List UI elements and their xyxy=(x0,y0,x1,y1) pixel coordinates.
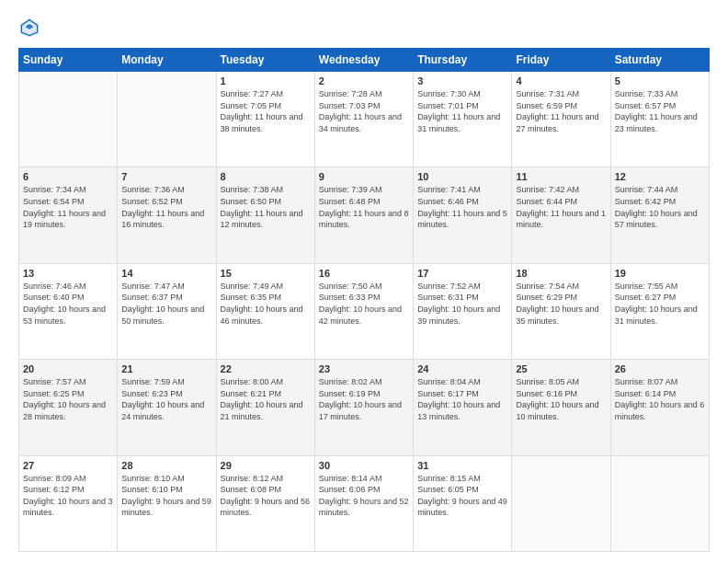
day-info: Sunrise: 7:46 AM Sunset: 6:40 PM Dayligh… xyxy=(23,281,113,327)
day-number: 25 xyxy=(516,363,606,374)
day-info: Sunrise: 8:14 AM Sunset: 6:06 PM Dayligh… xyxy=(319,473,409,519)
calendar-cell: 5Sunrise: 7:33 AM Sunset: 6:57 PM Daylig… xyxy=(610,72,709,167)
day-number: 18 xyxy=(516,268,606,279)
calendar-cell: 19Sunrise: 7:55 AM Sunset: 6:27 PM Dayli… xyxy=(610,263,709,359)
day-info: Sunrise: 7:50 AM Sunset: 6:33 PM Dayligh… xyxy=(319,281,409,327)
week-row-1: 1Sunrise: 7:27 AM Sunset: 7:05 PM Daylig… xyxy=(19,72,710,167)
day-info: Sunrise: 7:36 AM Sunset: 6:52 PM Dayligh… xyxy=(121,184,211,230)
day-info: Sunrise: 8:05 AM Sunset: 6:16 PM Dayligh… xyxy=(516,376,606,422)
day-number: 12 xyxy=(615,171,705,182)
day-number: 1 xyxy=(221,75,311,86)
day-info: Sunrise: 7:55 AM Sunset: 6:27 PM Dayligh… xyxy=(615,281,705,327)
calendar-cell: 2Sunrise: 7:28 AM Sunset: 7:03 PM Daylig… xyxy=(314,72,413,167)
calendar-cell: 15Sunrise: 7:49 AM Sunset: 6:35 PM Dayli… xyxy=(216,263,314,359)
day-number: 3 xyxy=(417,75,507,86)
calendar-cell: 11Sunrise: 7:42 AM Sunset: 6:44 PM Dayli… xyxy=(512,167,610,263)
weekday-header-wednesday: Wednesday xyxy=(314,49,413,72)
day-number: 24 xyxy=(417,363,507,374)
day-info: Sunrise: 7:31 AM Sunset: 6:59 PM Dayligh… xyxy=(516,88,606,134)
weekday-header-monday: Monday xyxy=(118,49,216,72)
day-info: Sunrise: 7:59 AM Sunset: 6:23 PM Dayligh… xyxy=(121,376,211,422)
calendar-cell xyxy=(19,72,118,167)
day-number: 11 xyxy=(516,171,606,182)
day-number: 27 xyxy=(23,460,113,471)
day-number: 13 xyxy=(23,268,113,279)
day-number: 7 xyxy=(121,171,211,182)
day-number: 6 xyxy=(23,171,113,182)
day-number: 2 xyxy=(319,75,409,86)
day-info: Sunrise: 8:00 AM Sunset: 6:21 PM Dayligh… xyxy=(221,376,311,422)
day-number: 15 xyxy=(221,268,311,279)
day-info: Sunrise: 7:41 AM Sunset: 6:46 PM Dayligh… xyxy=(417,184,507,230)
calendar-cell: 7Sunrise: 7:36 AM Sunset: 6:52 PM Daylig… xyxy=(118,167,216,263)
calendar-cell: 17Sunrise: 7:52 AM Sunset: 6:31 PM Dayli… xyxy=(414,263,512,359)
weekday-header-friday: Friday xyxy=(512,49,610,72)
week-row-2: 6Sunrise: 7:34 AM Sunset: 6:54 PM Daylig… xyxy=(19,167,710,263)
day-info: Sunrise: 7:52 AM Sunset: 6:31 PM Dayligh… xyxy=(417,281,507,327)
calendar-cell: 26Sunrise: 8:07 AM Sunset: 6:14 PM Dayli… xyxy=(610,360,709,455)
svg-point-2 xyxy=(28,26,30,29)
day-number: 8 xyxy=(221,171,311,182)
calendar-cell xyxy=(512,455,610,551)
weekday-header-saturday: Saturday xyxy=(610,49,709,72)
weekday-header-sunday: Sunday xyxy=(19,49,118,72)
calendar-cell: 14Sunrise: 7:47 AM Sunset: 6:37 PM Dayli… xyxy=(118,263,216,359)
calendar-cell: 20Sunrise: 7:57 AM Sunset: 6:25 PM Dayli… xyxy=(19,360,118,455)
calendar-cell: 6Sunrise: 7:34 AM Sunset: 6:54 PM Daylig… xyxy=(19,167,118,263)
day-info: Sunrise: 7:42 AM Sunset: 6:44 PM Dayligh… xyxy=(516,184,606,230)
calendar-cell: 28Sunrise: 8:10 AM Sunset: 6:10 PM Dayli… xyxy=(118,455,216,551)
day-number: 30 xyxy=(319,460,409,471)
calendar-cell: 1Sunrise: 7:27 AM Sunset: 7:05 PM Daylig… xyxy=(216,72,314,167)
calendar-cell: 24Sunrise: 8:04 AM Sunset: 6:17 PM Dayli… xyxy=(414,360,512,455)
calendar-cell: 23Sunrise: 8:02 AM Sunset: 6:19 PM Dayli… xyxy=(314,360,413,455)
day-number: 16 xyxy=(319,268,409,279)
day-number: 26 xyxy=(615,363,705,374)
day-number: 23 xyxy=(319,363,409,374)
day-number: 5 xyxy=(615,75,705,86)
day-info: Sunrise: 7:28 AM Sunset: 7:03 PM Dayligh… xyxy=(319,88,409,134)
logo xyxy=(18,17,44,39)
calendar-cell xyxy=(118,72,216,167)
day-info: Sunrise: 7:44 AM Sunset: 6:42 PM Dayligh… xyxy=(615,184,705,230)
day-number: 4 xyxy=(516,75,606,86)
day-number: 17 xyxy=(417,268,507,279)
day-info: Sunrise: 7:38 AM Sunset: 6:50 PM Dayligh… xyxy=(221,184,311,230)
calendar-cell: 27Sunrise: 8:09 AM Sunset: 6:12 PM Dayli… xyxy=(19,455,118,551)
calendar-cell: 12Sunrise: 7:44 AM Sunset: 6:42 PM Dayli… xyxy=(610,167,709,263)
week-row-3: 13Sunrise: 7:46 AM Sunset: 6:40 PM Dayli… xyxy=(19,263,710,359)
day-info: Sunrise: 8:02 AM Sunset: 6:19 PM Dayligh… xyxy=(319,376,409,422)
calendar-cell xyxy=(610,455,709,551)
calendar-cell: 3Sunrise: 7:30 AM Sunset: 7:01 PM Daylig… xyxy=(414,72,512,167)
day-info: Sunrise: 8:09 AM Sunset: 6:12 PM Dayligh… xyxy=(23,473,113,519)
header xyxy=(18,17,710,39)
day-info: Sunrise: 7:33 AM Sunset: 6:57 PM Dayligh… xyxy=(615,88,705,134)
day-info: Sunrise: 8:10 AM Sunset: 6:10 PM Dayligh… xyxy=(121,473,211,519)
calendar-cell: 16Sunrise: 7:50 AM Sunset: 6:33 PM Dayli… xyxy=(314,263,413,359)
day-info: Sunrise: 8:12 AM Sunset: 6:08 PM Dayligh… xyxy=(221,473,311,519)
calendar-cell: 25Sunrise: 8:05 AM Sunset: 6:16 PM Dayli… xyxy=(512,360,610,455)
week-row-4: 20Sunrise: 7:57 AM Sunset: 6:25 PM Dayli… xyxy=(19,360,710,455)
page: SundayMondayTuesdayWednesdayThursdayFrid… xyxy=(0,0,728,563)
day-number: 10 xyxy=(417,171,507,182)
day-info: Sunrise: 8:15 AM Sunset: 6:05 PM Dayligh… xyxy=(417,473,507,519)
calendar-cell: 21Sunrise: 7:59 AM Sunset: 6:23 PM Dayli… xyxy=(118,360,216,455)
calendar-cell: 22Sunrise: 8:00 AM Sunset: 6:21 PM Dayli… xyxy=(216,360,314,455)
day-info: Sunrise: 7:39 AM Sunset: 6:48 PM Dayligh… xyxy=(319,184,409,230)
day-info: Sunrise: 8:04 AM Sunset: 6:17 PM Dayligh… xyxy=(417,376,507,422)
calendar-table: SundayMondayTuesdayWednesdayThursdayFrid… xyxy=(18,48,710,552)
calendar-cell: 29Sunrise: 8:12 AM Sunset: 6:08 PM Dayli… xyxy=(216,455,314,551)
calendar-cell: 4Sunrise: 7:31 AM Sunset: 6:59 PM Daylig… xyxy=(512,72,610,167)
calendar-cell: 18Sunrise: 7:54 AM Sunset: 6:29 PM Dayli… xyxy=(512,263,610,359)
day-info: Sunrise: 7:57 AM Sunset: 6:25 PM Dayligh… xyxy=(23,376,113,422)
day-number: 22 xyxy=(221,363,311,374)
day-number: 20 xyxy=(23,363,113,374)
calendar-cell: 10Sunrise: 7:41 AM Sunset: 6:46 PM Dayli… xyxy=(414,167,512,263)
day-info: Sunrise: 7:27 AM Sunset: 7:05 PM Dayligh… xyxy=(221,88,311,134)
day-number: 28 xyxy=(121,460,211,471)
week-row-5: 27Sunrise: 8:09 AM Sunset: 6:12 PM Dayli… xyxy=(19,455,710,551)
day-info: Sunrise: 7:34 AM Sunset: 6:54 PM Dayligh… xyxy=(23,184,113,230)
day-info: Sunrise: 7:49 AM Sunset: 6:35 PM Dayligh… xyxy=(221,281,311,327)
day-number: 14 xyxy=(121,268,211,279)
day-info: Sunrise: 8:07 AM Sunset: 6:14 PM Dayligh… xyxy=(615,376,705,422)
calendar-cell: 31Sunrise: 8:15 AM Sunset: 6:05 PM Dayli… xyxy=(414,455,512,551)
